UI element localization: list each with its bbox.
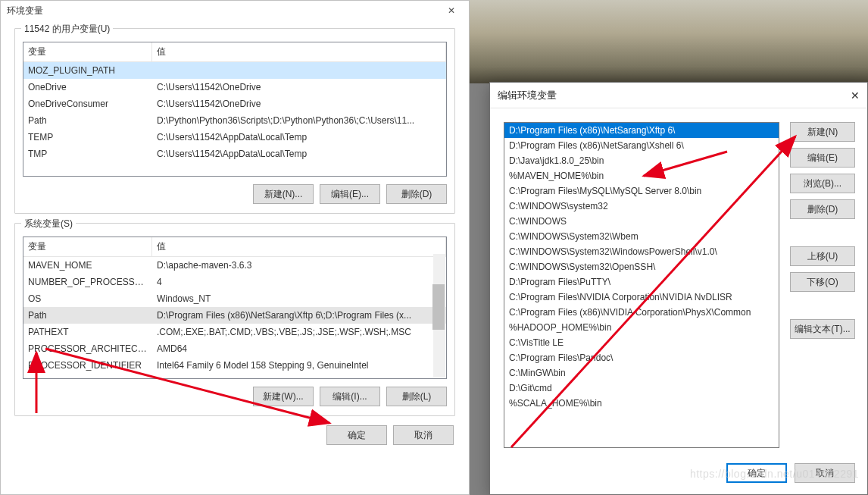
var-value: Intel64 Family 6 Model 158 Stepping 9, G… bbox=[152, 359, 446, 372]
list-item[interactable]: %HADOOP_HOME%\bin bbox=[504, 320, 779, 335]
var-name: Path bbox=[23, 309, 152, 322]
cancel-button[interactable]: 取消 bbox=[393, 425, 454, 445]
system-variables-table[interactable]: 变量 值 MAVEN_HOMED:\apache-maven-3.6.3NUMB… bbox=[23, 237, 447, 379]
user-delete-button[interactable]: 删除(D) bbox=[386, 184, 447, 204]
desktop-background bbox=[470, 0, 868, 83]
sys-delete-button[interactable]: 删除(L) bbox=[386, 387, 447, 406]
table-row[interactable]: OSWindows_NT bbox=[23, 290, 446, 307]
table-row[interactable]: TMPC:\Users\11542\AppData\Local\Temp bbox=[23, 146, 446, 162]
move-down-button[interactable]: 下移(O) bbox=[790, 272, 855, 292]
list-item[interactable]: C:\Program Files (x86)\NVIDIA Corporatio… bbox=[504, 305, 779, 320]
var-value: C:\Users\11542\AppData\Local\Temp bbox=[152, 130, 446, 144]
move-up-button[interactable]: 上移(U) bbox=[790, 246, 855, 266]
var-value: Windows_NT bbox=[152, 292, 446, 305]
list-item[interactable]: D:\Java\jdk1.8.0_25\bin bbox=[504, 153, 779, 168]
sys-edit-button[interactable]: 编辑(I)... bbox=[320, 387, 380, 406]
list-item[interactable]: C:\WINDOWS\System32\WindowsPowerShell\v1… bbox=[504, 244, 779, 259]
var-name: OneDrive bbox=[23, 80, 152, 94]
watermark: https://blog.csdn.net/u014022291 bbox=[690, 468, 859, 480]
var-value: C:\Users\11542\AppData\Local\Temp bbox=[152, 147, 446, 161]
var-name: PROCESSOR_ARCHITECTURE bbox=[23, 342, 152, 356]
user-variables-group: 11542 的用户变量(U) 变量 值 MOZ_PLUGIN_PATHOneDr… bbox=[14, 28, 455, 214]
var-value: D:\Program Files (x86)\NetSarang\Xftp 6\… bbox=[152, 309, 446, 322]
table-row[interactable]: PROCESSOR_ARCHITECTUREAMD64 bbox=[23, 340, 446, 357]
titlebar: 环境变量 ✕ bbox=[1, 1, 469, 20]
list-item[interactable]: C:\Program Files\MySQL\MySQL Server 8.0\… bbox=[504, 183, 779, 199]
var-value: C:\Users\11542\OneDrive bbox=[152, 97, 446, 111]
table-row[interactable]: NUMBER_OF_PROCESSORS4 bbox=[23, 274, 446, 290]
environment-variables-dialog: 环境变量 ✕ 11542 的用户变量(U) 变量 值 MOZ_PLUGIN_PA… bbox=[0, 0, 470, 495]
var-name: NUMBER_OF_PROCESSORS bbox=[23, 275, 152, 289]
table-row[interactable]: OneDriveConsumerC:\Users\11542\OneDrive bbox=[23, 96, 446, 112]
var-name: TMP bbox=[23, 147, 152, 161]
var-name: TEMP bbox=[23, 130, 152, 144]
list-item[interactable]: D:\Program Files (x86)\NetSarang\Xshell … bbox=[504, 138, 779, 153]
list-item[interactable]: C:\VisTitle LE bbox=[504, 335, 779, 350]
var-value: C:\Users\11542\OneDrive bbox=[152, 80, 446, 94]
list-item[interactable]: %SCALA_HOME%\bin bbox=[504, 396, 779, 411]
table-row[interactable]: MOZ_PLUGIN_PATH bbox=[23, 62, 446, 79]
dialog-title: 环境变量 bbox=[7, 5, 440, 17]
var-name: Path bbox=[23, 114, 152, 127]
user-variables-table[interactable]: 变量 值 MOZ_PLUGIN_PATHOneDriveC:\Users\115… bbox=[23, 42, 447, 177]
path-entries-listbox[interactable]: D:\Program Files (x86)\NetSarang\Xftp 6\… bbox=[504, 122, 779, 448]
table-row[interactable]: PATHEXT.COM;.EXE;.BAT;.CMD;.VBS;.VBE;.JS… bbox=[23, 324, 446, 340]
var-value: D:\Python\Python36\Scripts\;D:\Python\Py… bbox=[152, 114, 446, 127]
list-item[interactable]: C:\WINDOWS\System32\Wbem bbox=[504, 229, 779, 244]
system-variables-legend: 系统变量(S) bbox=[21, 218, 76, 229]
sys-new-button[interactable]: 新建(W)... bbox=[253, 387, 314, 406]
system-variables-group: 系统变量(S) 变量 值 MAVEN_HOMED:\apache-maven-3… bbox=[14, 223, 455, 416]
column-header-name[interactable]: 变量 bbox=[23, 237, 152, 256]
column-header-value[interactable]: 值 bbox=[152, 237, 446, 256]
table-row[interactable]: PROCESSOR_IDENTIFIERIntel64 Family 6 Mod… bbox=[23, 357, 446, 374]
var-name: OS bbox=[23, 292, 152, 305]
table-row[interactable]: PathD:\Program Files (x86)\NetSarang\Xft… bbox=[23, 307, 446, 324]
list-item[interactable]: C:\WINDOWS\system32 bbox=[504, 199, 779, 214]
var-value: AMD64 bbox=[152, 342, 446, 356]
close-icon[interactable]: ✕ bbox=[829, 89, 860, 102]
dialog-title: 编辑环境变量 bbox=[498, 89, 829, 102]
list-item[interactable]: D:\Program Files (x86)\NetSarang\Xftp 6\ bbox=[504, 123, 779, 138]
table-row[interactable]: PathD:\Python\Python36\Scripts\;D:\Pytho… bbox=[23, 112, 446, 129]
var-name: PATHEXT bbox=[23, 325, 152, 339]
var-value: 4 bbox=[152, 275, 446, 289]
list-item[interactable]: C:\MinGW\bin bbox=[504, 365, 779, 381]
edit-button[interactable]: 编辑(E) bbox=[790, 148, 855, 168]
edit-environment-variable-dialog: 编辑环境变量 ✕ D:\Program Files (x86)\NetSaran… bbox=[489, 82, 868, 495]
list-item[interactable]: D:\Program Files\PuTTY\ bbox=[504, 274, 779, 290]
var-name: PROCESSOR_IDENTIFIER bbox=[23, 359, 152, 372]
close-icon[interactable]: ✕ bbox=[440, 5, 463, 16]
list-item[interactable]: C:\Program Files\NVIDIA Corporation\NVID… bbox=[504, 290, 779, 305]
list-item[interactable]: C:\Program Files\Pandoc\ bbox=[504, 350, 779, 365]
table-row[interactable]: MAVEN_HOMED:\apache-maven-3.6.3 bbox=[23, 257, 446, 274]
list-item[interactable]: C:\WINDOWS bbox=[504, 214, 779, 229]
var-value bbox=[152, 64, 446, 77]
delete-button[interactable]: 删除(D) bbox=[790, 199, 855, 219]
user-edit-button[interactable]: 编辑(E)... bbox=[320, 184, 380, 204]
browse-button[interactable]: 浏览(B)... bbox=[790, 174, 855, 193]
var-name: MAVEN_HOME bbox=[23, 258, 152, 272]
list-item[interactable]: D:\Git\cmd bbox=[504, 381, 779, 396]
column-header-name[interactable]: 变量 bbox=[23, 42, 152, 61]
edit-text-button[interactable]: 编辑文本(T)... bbox=[790, 319, 855, 339]
table-row[interactable]: OneDriveC:\Users\11542\OneDrive bbox=[23, 79, 446, 96]
var-name: MOZ_PLUGIN_PATH bbox=[23, 64, 152, 77]
user-new-button[interactable]: 新建(N)... bbox=[253, 184, 314, 204]
ok-button[interactable]: 确定 bbox=[326, 425, 387, 445]
var-value: D:\apache-maven-3.6.3 bbox=[152, 258, 446, 272]
list-item[interactable]: C:\WINDOWS\System32\OpenSSH\ bbox=[504, 259, 779, 274]
column-header-value[interactable]: 值 bbox=[152, 42, 446, 61]
user-variables-legend: 11542 的用户变量(U) bbox=[21, 23, 113, 34]
var-name: OneDriveConsumer bbox=[23, 97, 152, 111]
new-button[interactable]: 新建(N) bbox=[790, 122, 855, 142]
var-value: .COM;.EXE;.BAT;.CMD;.VBS;.VBE;.JS;.JSE;.… bbox=[152, 325, 446, 339]
titlebar: 编辑环境变量 ✕ bbox=[490, 83, 867, 108]
list-item[interactable]: %MAVEN_HOME%\bin bbox=[504, 168, 779, 183]
table-row[interactable]: TEMPC:\Users\11542\AppData\Local\Temp bbox=[23, 129, 446, 146]
